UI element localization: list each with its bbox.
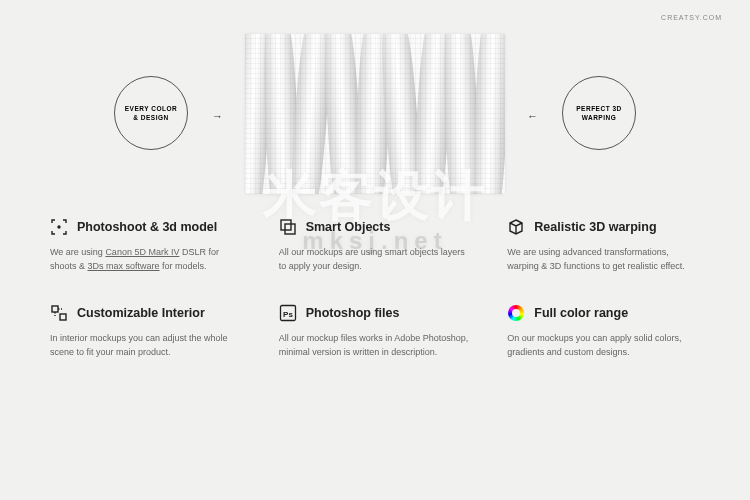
feature-3d-warping: Realistic 3D warping We are using advanc… bbox=[507, 218, 700, 274]
arrow-left-icon: ← bbox=[527, 110, 538, 122]
feature-title: Photoshoot & 3d model bbox=[77, 220, 217, 234]
feature-smart-objects: Smart Objects All our mockups are using … bbox=[279, 218, 472, 274]
feature-text: We are using Canon 5D Mark IV DSLR for s… bbox=[50, 245, 243, 274]
features-grid: Photoshoot & 3d model We are using Canon… bbox=[50, 218, 700, 360]
feature-title: Photoshop files bbox=[306, 306, 400, 320]
feature-text: On our mockups you can apply solid color… bbox=[507, 331, 700, 360]
feature-photoshoot: Photoshoot & 3d model We are using Canon… bbox=[50, 218, 243, 274]
hero-section: EVERY COLOR & DESIGN → ← PERFECT 3D WARP… bbox=[0, 24, 750, 224]
svg-point-0 bbox=[58, 226, 60, 228]
feature-title: Customizable Interior bbox=[77, 306, 205, 320]
feature-title: Full color range bbox=[534, 306, 628, 320]
color-range-icon bbox=[507, 304, 525, 322]
feature-photoshop-files: Ps Photoshop files All our mockup files … bbox=[279, 304, 472, 360]
brand-label: CREATSY.COM bbox=[661, 14, 722, 21]
every-color-badge: EVERY COLOR & DESIGN bbox=[114, 76, 188, 150]
fabric-mockup-image bbox=[245, 34, 505, 194]
every-color-label: EVERY COLOR & DESIGN bbox=[125, 104, 177, 122]
perfect-3d-badge: PERFECT 3D WARPING bbox=[562, 76, 636, 150]
focus-icon bbox=[50, 218, 68, 236]
feature-full-color-range: Full color range On our mockups you can … bbox=[507, 304, 700, 360]
interior-icon bbox=[50, 304, 68, 322]
svg-rect-1 bbox=[281, 220, 291, 230]
arrow-right-icon: → bbox=[212, 110, 223, 122]
cube-icon bbox=[507, 218, 525, 236]
svg-rect-3 bbox=[52, 306, 58, 312]
svg-rect-2 bbox=[285, 224, 295, 234]
feature-text: In interior mockups you can adjust the w… bbox=[50, 331, 243, 360]
svg-text:Ps: Ps bbox=[283, 309, 293, 318]
smart-objects-icon bbox=[279, 218, 297, 236]
feature-text: All our mockups are using smart objects … bbox=[279, 245, 472, 274]
svg-rect-4 bbox=[60, 314, 66, 320]
feature-title: Realistic 3D warping bbox=[534, 220, 656, 234]
feature-text: We are using advanced transformations, w… bbox=[507, 245, 700, 274]
perfect-3d-label: PERFECT 3D WARPING bbox=[576, 104, 621, 122]
feature-customizable-interior: Customizable Interior In interior mockup… bbox=[50, 304, 243, 360]
photoshop-icon: Ps bbox=[279, 304, 297, 322]
feature-text: All our mockup files works in Adobe Phot… bbox=[279, 331, 472, 360]
feature-title: Smart Objects bbox=[306, 220, 391, 234]
